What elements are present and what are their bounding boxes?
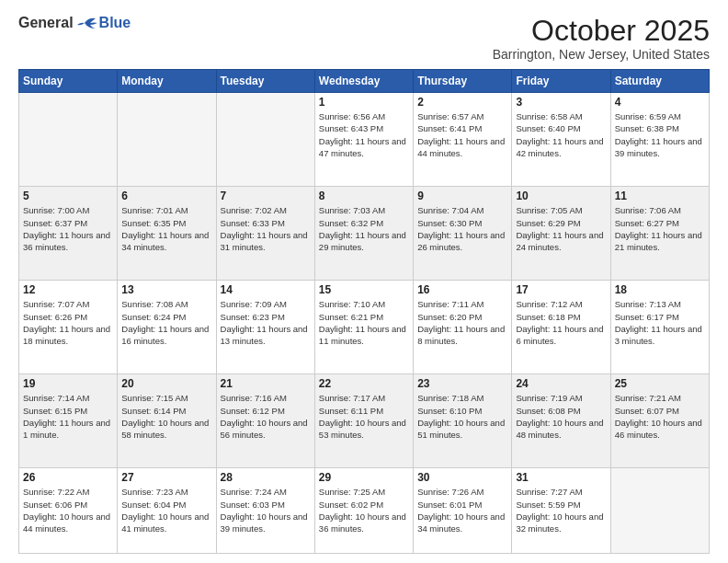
calendar-cell: 15Sunrise: 7:10 AM Sunset: 6:21 PM Dayli… bbox=[314, 281, 413, 374]
calendar-cell bbox=[610, 468, 709, 554]
day-info: Sunrise: 6:56 AM Sunset: 6:43 PM Dayligh… bbox=[319, 110, 409, 159]
day-info: Sunrise: 7:21 AM Sunset: 6:07 PM Dayligh… bbox=[615, 392, 705, 441]
day-info: Sunrise: 6:58 AM Sunset: 6:40 PM Dayligh… bbox=[516, 110, 606, 159]
day-number: 18 bbox=[615, 283, 705, 296]
day-number: 28 bbox=[221, 471, 311, 484]
logo-bird-icon bbox=[77, 16, 97, 30]
location: Barrington, New Jersey, United States bbox=[493, 47, 710, 62]
day-info: Sunrise: 7:19 AM Sunset: 6:08 PM Dayligh… bbox=[516, 392, 606, 441]
day-header-saturday: Saturday bbox=[610, 70, 709, 93]
calendar-cell: 28Sunrise: 7:24 AM Sunset: 6:03 PM Dayli… bbox=[216, 468, 314, 554]
calendar-cell: 14Sunrise: 7:09 AM Sunset: 6:23 PM Dayli… bbox=[216, 281, 314, 374]
day-info: Sunrise: 7:11 AM Sunset: 6:20 PM Dayligh… bbox=[417, 298, 507, 347]
day-info: Sunrise: 7:14 AM Sunset: 6:15 PM Dayligh… bbox=[23, 392, 113, 441]
day-number: 2 bbox=[417, 96, 507, 109]
day-info: Sunrise: 7:08 AM Sunset: 6:24 PM Dayligh… bbox=[121, 298, 211, 347]
calendar-cell: 13Sunrise: 7:08 AM Sunset: 6:24 PM Dayli… bbox=[118, 281, 216, 374]
calendar-cell: 26Sunrise: 7:22 AM Sunset: 6:06 PM Dayli… bbox=[19, 468, 118, 554]
day-number: 23 bbox=[417, 377, 507, 390]
day-info: Sunrise: 7:04 AM Sunset: 6:30 PM Dayligh… bbox=[417, 204, 507, 253]
day-info: Sunrise: 7:00 AM Sunset: 6:37 PM Dayligh… bbox=[23, 204, 113, 253]
day-number: 4 bbox=[615, 96, 705, 109]
day-number: 10 bbox=[516, 190, 606, 202]
day-number: 3 bbox=[516, 96, 606, 109]
day-number: 16 bbox=[417, 283, 507, 296]
day-info: Sunrise: 7:22 AM Sunset: 6:06 PM Dayligh… bbox=[23, 486, 113, 534]
day-info: Sunrise: 7:24 AM Sunset: 6:03 PM Dayligh… bbox=[221, 486, 311, 534]
day-number: 12 bbox=[23, 283, 113, 296]
day-header-monday: Monday bbox=[118, 70, 216, 93]
day-info: Sunrise: 7:16 AM Sunset: 6:12 PM Dayligh… bbox=[221, 392, 311, 441]
day-header-wednesday: Wednesday bbox=[314, 70, 413, 93]
calendar-cell: 4Sunrise: 6:59 AM Sunset: 6:38 PM Daylig… bbox=[610, 93, 709, 187]
page: General Blue October 2025 Barrington, Ne… bbox=[0, 0, 728, 563]
day-info: Sunrise: 7:10 AM Sunset: 6:21 PM Dayligh… bbox=[319, 298, 409, 347]
calendar-cell: 24Sunrise: 7:19 AM Sunset: 6:08 PM Dayli… bbox=[512, 374, 610, 468]
month-title: October 2025 bbox=[493, 15, 710, 47]
day-number: 14 bbox=[221, 283, 311, 296]
day-number: 1 bbox=[319, 96, 409, 109]
day-header-sunday: Sunday bbox=[19, 70, 118, 93]
day-number: 6 bbox=[121, 190, 211, 202]
day-info: Sunrise: 6:59 AM Sunset: 6:38 PM Dayligh… bbox=[615, 110, 705, 159]
day-header-thursday: Thursday bbox=[414, 70, 512, 93]
day-info: Sunrise: 7:23 AM Sunset: 6:04 PM Dayligh… bbox=[121, 486, 211, 534]
calendar-cell bbox=[118, 93, 216, 187]
day-info: Sunrise: 7:26 AM Sunset: 6:01 PM Dayligh… bbox=[417, 486, 507, 534]
calendar-cell: 16Sunrise: 7:11 AM Sunset: 6:20 PM Dayli… bbox=[414, 281, 512, 374]
day-number: 11 bbox=[615, 190, 705, 202]
calendar-cell: 18Sunrise: 7:13 AM Sunset: 6:17 PM Dayli… bbox=[610, 281, 709, 374]
calendar-cell: 31Sunrise: 7:27 AM Sunset: 5:59 PM Dayli… bbox=[512, 468, 610, 554]
day-number: 13 bbox=[121, 283, 211, 296]
calendar-cell: 7Sunrise: 7:02 AM Sunset: 6:33 PM Daylig… bbox=[216, 187, 314, 281]
calendar-cell: 5Sunrise: 7:00 AM Sunset: 6:37 PM Daylig… bbox=[19, 187, 118, 281]
day-info: Sunrise: 6:57 AM Sunset: 6:41 PM Dayligh… bbox=[417, 110, 507, 159]
day-info: Sunrise: 7:05 AM Sunset: 6:29 PM Dayligh… bbox=[516, 204, 606, 253]
day-info: Sunrise: 7:06 AM Sunset: 6:27 PM Dayligh… bbox=[615, 204, 705, 253]
day-info: Sunrise: 7:07 AM Sunset: 6:26 PM Dayligh… bbox=[23, 298, 113, 347]
day-number: 9 bbox=[417, 190, 507, 202]
logo-blue: Blue bbox=[99, 15, 131, 31]
day-info: Sunrise: 7:27 AM Sunset: 5:59 PM Dayligh… bbox=[516, 486, 606, 534]
day-header-tuesday: Tuesday bbox=[216, 70, 314, 93]
calendar-cell: 25Sunrise: 7:21 AM Sunset: 6:07 PM Dayli… bbox=[610, 374, 709, 468]
calendar-cell bbox=[19, 93, 118, 187]
day-number: 20 bbox=[121, 377, 211, 390]
calendar-cell: 29Sunrise: 7:25 AM Sunset: 6:02 PM Dayli… bbox=[314, 468, 413, 554]
calendar-cell: 27Sunrise: 7:23 AM Sunset: 6:04 PM Dayli… bbox=[118, 468, 216, 554]
calendar-cell: 19Sunrise: 7:14 AM Sunset: 6:15 PM Dayli… bbox=[19, 374, 118, 468]
day-info: Sunrise: 7:17 AM Sunset: 6:11 PM Dayligh… bbox=[319, 392, 409, 441]
day-number: 31 bbox=[516, 471, 606, 484]
day-number: 27 bbox=[121, 471, 211, 484]
day-number: 29 bbox=[319, 471, 409, 484]
day-info: Sunrise: 7:12 AM Sunset: 6:18 PM Dayligh… bbox=[516, 298, 606, 347]
day-info: Sunrise: 7:01 AM Sunset: 6:35 PM Dayligh… bbox=[121, 204, 211, 253]
day-number: 25 bbox=[615, 377, 705, 390]
calendar-cell: 22Sunrise: 7:17 AM Sunset: 6:11 PM Dayli… bbox=[314, 374, 413, 468]
day-number: 8 bbox=[319, 190, 409, 202]
calendar-cell: 23Sunrise: 7:18 AM Sunset: 6:10 PM Dayli… bbox=[414, 374, 512, 468]
calendar-cell bbox=[216, 93, 314, 187]
day-info: Sunrise: 7:13 AM Sunset: 6:17 PM Dayligh… bbox=[615, 298, 705, 347]
day-info: Sunrise: 7:02 AM Sunset: 6:33 PM Dayligh… bbox=[221, 204, 311, 253]
calendar-cell: 20Sunrise: 7:15 AM Sunset: 6:14 PM Dayli… bbox=[118, 374, 216, 468]
day-info: Sunrise: 7:15 AM Sunset: 6:14 PM Dayligh… bbox=[121, 392, 211, 441]
title-area: October 2025 Barrington, New Jersey, Uni… bbox=[493, 15, 710, 62]
day-number: 21 bbox=[221, 377, 311, 390]
day-header-friday: Friday bbox=[512, 70, 610, 93]
calendar-cell: 9Sunrise: 7:04 AM Sunset: 6:30 PM Daylig… bbox=[414, 187, 512, 281]
calendar-cell: 30Sunrise: 7:26 AM Sunset: 6:01 PM Dayli… bbox=[414, 468, 512, 554]
day-info: Sunrise: 7:09 AM Sunset: 6:23 PM Dayligh… bbox=[221, 298, 311, 347]
day-number: 19 bbox=[23, 377, 113, 390]
calendar-cell: 8Sunrise: 7:03 AM Sunset: 6:32 PM Daylig… bbox=[314, 187, 413, 281]
calendar-cell: 10Sunrise: 7:05 AM Sunset: 6:29 PM Dayli… bbox=[512, 187, 610, 281]
day-info: Sunrise: 7:03 AM Sunset: 6:32 PM Dayligh… bbox=[319, 204, 409, 253]
calendar-cell: 21Sunrise: 7:16 AM Sunset: 6:12 PM Dayli… bbox=[216, 374, 314, 468]
calendar-cell: 2Sunrise: 6:57 AM Sunset: 6:41 PM Daylig… bbox=[414, 93, 512, 187]
calendar-cell: 6Sunrise: 7:01 AM Sunset: 6:35 PM Daylig… bbox=[118, 187, 216, 281]
calendar-cell: 17Sunrise: 7:12 AM Sunset: 6:18 PM Dayli… bbox=[512, 281, 610, 374]
calendar-cell: 11Sunrise: 7:06 AM Sunset: 6:27 PM Dayli… bbox=[610, 187, 709, 281]
day-info: Sunrise: 7:25 AM Sunset: 6:02 PM Dayligh… bbox=[319, 486, 409, 534]
day-number: 30 bbox=[417, 471, 507, 484]
day-info: Sunrise: 7:18 AM Sunset: 6:10 PM Dayligh… bbox=[417, 392, 507, 441]
